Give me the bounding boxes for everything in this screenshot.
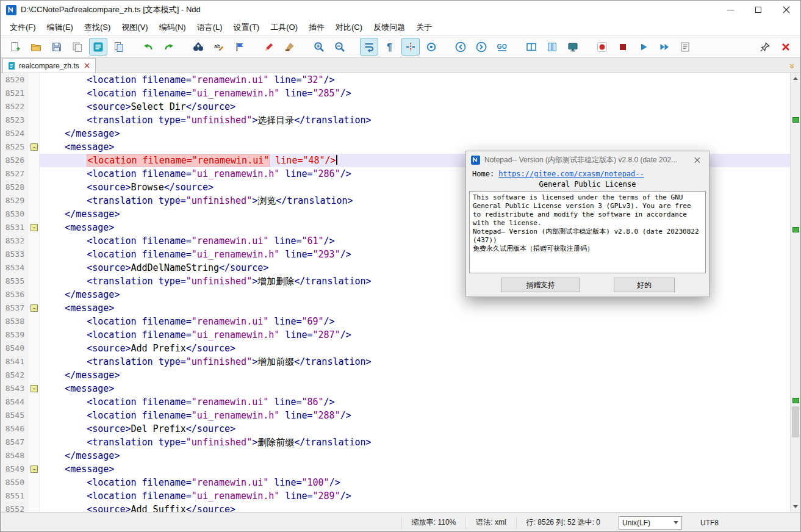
- eol-select[interactable]: Unix(LF): [619, 516, 682, 530]
- code-line-8549[interactable]: 8549- <message>: [1, 462, 790, 476]
- split-window-button[interactable]: [522, 38, 541, 56]
- fold-collapse-marker[interactable]: -: [31, 385, 38, 392]
- word-wrap-button[interactable]: [360, 38, 378, 56]
- code-line-8520[interactable]: 8520 <location filename="renamewin.ui" l…: [1, 73, 790, 87]
- bookmark-button[interactable]: [231, 38, 249, 56]
- save-all-button[interactable]: [68, 38, 87, 56]
- menu-item-11[interactable]: 反馈问题: [368, 20, 411, 35]
- open-folder-icon: [30, 41, 42, 53]
- code-line-8546[interactable]: 8546 <source>Del Prefix</source>: [1, 422, 790, 436]
- editor-scrollbar[interactable]: [790, 73, 800, 512]
- save-button[interactable]: [48, 38, 66, 56]
- line-number: 8548: [1, 449, 29, 462]
- menu-item-10[interactable]: 对比(C): [330, 20, 368, 35]
- run-macro-button[interactable]: [634, 38, 653, 56]
- close-all-button[interactable]: [777, 38, 795, 56]
- code-line-8523[interactable]: 8523 <translation type="unfinished">选择目录…: [1, 113, 790, 127]
- code-line-8543[interactable]: 8543- <message>: [1, 382, 790, 395]
- donate-button[interactable]: 捐赠支持: [501, 278, 580, 292]
- code-line-8544[interactable]: 8544 <location filename="renamewin.ui" l…: [1, 395, 790, 409]
- menu-item-2[interactable]: 编辑(E): [41, 20, 79, 35]
- code-line-8547[interactable]: 8547 <translation type="unfinished">删除前缀…: [1, 436, 790, 449]
- fold-collapse-marker[interactable]: -: [31, 224, 38, 231]
- monitor-button[interactable]: [564, 38, 582, 56]
- split-vertical-button[interactable]: [543, 38, 561, 56]
- scrollbar-thumb[interactable]: [792, 406, 799, 437]
- home-link[interactable]: https://gitee.com/cxasm/notepad--: [498, 170, 644, 178]
- undo-button[interactable]: [139, 38, 157, 56]
- code-line-8539[interactable]: 8539 <location filename="ui_renamewin.h"…: [1, 328, 790, 342]
- line-number: 8535: [1, 275, 29, 288]
- minimize-button[interactable]: [716, 1, 744, 19]
- goto-line-button[interactable]: GO: [493, 38, 511, 56]
- tab-realcompare[interactable]: realcompare_zh.ts: [2, 58, 96, 73]
- menu-item-4[interactable]: 视图(V): [116, 20, 153, 35]
- line-number: 8529: [1, 194, 29, 207]
- scroll-down-button[interactable]: [791, 501, 800, 512]
- menu-item-7[interactable]: 设置(T): [228, 20, 265, 35]
- code-line-8548[interactable]: 8548 </message>: [1, 449, 790, 462]
- code-line-8521[interactable]: 8521 <location filename="ui_renamewin.h"…: [1, 87, 790, 100]
- code-line-8522[interactable]: 8522 <source>Select Dir</source>: [1, 100, 790, 113]
- indent-guide-button[interactable]: [401, 38, 420, 56]
- ok-button[interactable]: 好的: [614, 278, 675, 292]
- copy-button[interactable]: [110, 38, 128, 56]
- code-line-8545[interactable]: 8545 <location filename="ui_renamewin.h"…: [1, 409, 790, 422]
- run-macro-multi-button[interactable]: [655, 38, 673, 56]
- menu-item-1[interactable]: 文件(F): [4, 20, 41, 35]
- code-line-8551[interactable]: 8551 <location filename="ui_renamewin.h"…: [1, 489, 790, 503]
- locate-button[interactable]: [422, 38, 440, 56]
- menu-item-3[interactable]: 查找(S): [79, 20, 116, 35]
- code-line-8540[interactable]: 8540 <source>Add Prefix</source>: [1, 342, 790, 355]
- code-line-8550[interactable]: 8550 <location filename="renamewin.ui" l…: [1, 476, 790, 489]
- code-line-8541[interactable]: 8541 <translation type="unfinished">增加前缀…: [1, 355, 790, 368]
- stop-macro-button[interactable]: [614, 38, 632, 56]
- close-button[interactable]: [772, 1, 800, 19]
- pencil-button[interactable]: [260, 38, 278, 56]
- locate-icon: [425, 41, 437, 53]
- code-line-8524[interactable]: 8524 </message>: [1, 127, 790, 140]
- open-folder-button[interactable]: [27, 38, 45, 56]
- fold-collapse-marker[interactable]: -: [31, 143, 38, 151]
- menu-item-6[interactable]: 语言(L): [192, 20, 228, 35]
- pin-button[interactable]: [756, 38, 774, 56]
- code-line-8538[interactable]: 8538 <location filename="renamewin.ui" l…: [1, 315, 790, 328]
- fold-collapse-marker[interactable]: -: [31, 466, 38, 473]
- find-button[interactable]: [189, 38, 207, 56]
- maximize-button[interactable]: [744, 1, 772, 19]
- code-line-8552[interactable]: 8552 <source>Add Suffix</source>: [1, 503, 790, 512]
- menu-item-8[interactable]: 工具(O): [265, 20, 303, 35]
- redo-button[interactable]: [160, 38, 178, 56]
- replace-button[interactable]: ab: [210, 38, 228, 56]
- scroll-up-button[interactable]: [791, 73, 800, 84]
- tab-list-chevron-button[interactable]: [785, 60, 799, 71]
- record-macro-button[interactable]: [593, 38, 611, 56]
- fold-margin: [29, 422, 40, 436]
- menu-item-12[interactable]: 关于: [411, 20, 437, 35]
- fold-collapse-marker[interactable]: -: [31, 304, 38, 312]
- dialog-close-button[interactable]: [691, 154, 704, 167]
- new-file-icon: [9, 41, 21, 53]
- nav-forward-button[interactable]: [472, 38, 490, 56]
- zoom-in-button[interactable]: [310, 38, 328, 56]
- new-file-button[interactable]: [6, 38, 24, 56]
- save-icon: [51, 41, 63, 53]
- zoom-out-button[interactable]: [331, 38, 349, 56]
- license-textbox[interactable]: This software is licensed under the term…: [469, 191, 706, 273]
- show-symbols-button[interactable]: ¶: [381, 38, 399, 56]
- brush-button[interactable]: [281, 38, 299, 56]
- text-mode-button[interactable]: [89, 38, 107, 56]
- app-icon: [6, 5, 16, 15]
- nav-back-button[interactable]: [451, 38, 470, 56]
- menu-item-9[interactable]: 插件: [303, 20, 330, 35]
- code-line-8542[interactable]: 8542 </message>: [1, 368, 790, 382]
- menu-item-5[interactable]: 编码(N): [154, 20, 192, 35]
- macro-list-button[interactable]: [676, 38, 694, 56]
- fold-margin: [29, 167, 40, 181]
- close-all-icon: [780, 41, 792, 53]
- code-line-8537[interactable]: 8537- <message>: [1, 301, 790, 315]
- fold-margin: [29, 436, 40, 449]
- tab-close-button[interactable]: [83, 62, 91, 70]
- pencil-icon: [263, 41, 275, 53]
- word-wrap-icon: [363, 41, 375, 53]
